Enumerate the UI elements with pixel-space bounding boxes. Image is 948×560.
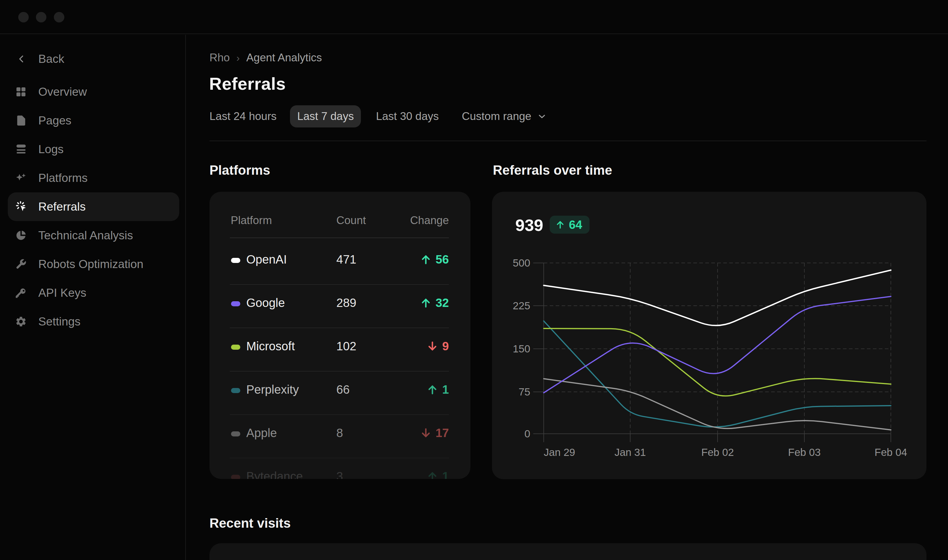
svg-text:225: 225 xyxy=(513,300,530,311)
svg-text:Jan 31: Jan 31 xyxy=(614,446,646,458)
svg-text:500: 500 xyxy=(513,257,530,269)
svg-text:75: 75 xyxy=(519,386,530,398)
svg-text:Feb 03: Feb 03 xyxy=(788,446,821,458)
svg-text:0: 0 xyxy=(525,428,530,440)
svg-text:Feb 02: Feb 02 xyxy=(702,446,734,458)
svg-text:150: 150 xyxy=(513,343,530,354)
svg-text:Jan 29: Jan 29 xyxy=(544,446,575,458)
svg-text:Feb 04: Feb 04 xyxy=(875,446,907,458)
